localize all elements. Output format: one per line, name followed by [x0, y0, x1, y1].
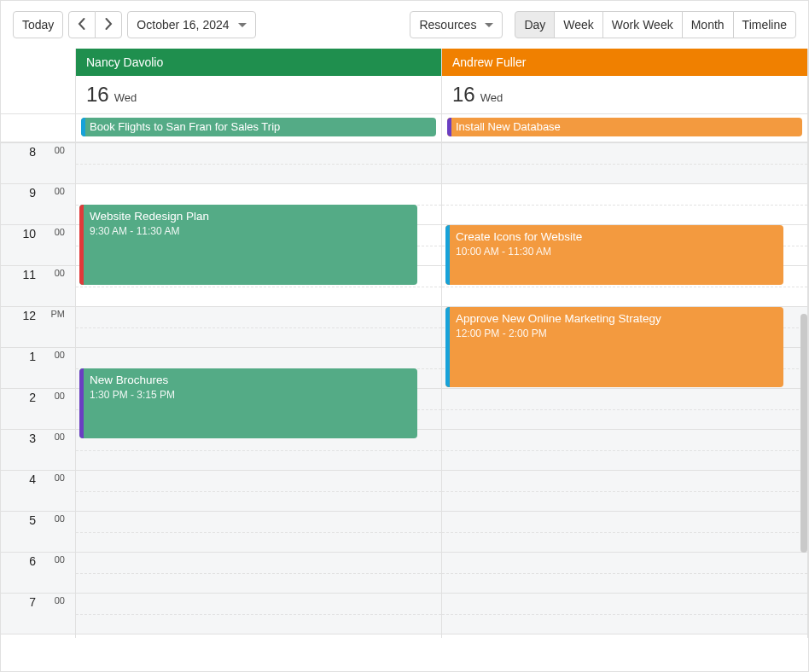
scheduler: Nancy Davolio Andrew Fuller 16 Wed [1, 49, 808, 671]
time-cell[interactable] [442, 594, 807, 634]
view-switcher: Day Week Work Week Month Timeline [515, 11, 796, 38]
view-month[interactable]: Month [682, 11, 734, 38]
time-slot: 500 [1, 512, 75, 553]
resource-header-andrew: Andrew Fuller [442, 49, 808, 76]
time-suffix: 00 [55, 513, 65, 524]
day-column-andrew[interactable]: Create Icons for Website10:00 AM - 11:30… [442, 143, 808, 638]
time-hour: 10 [22, 227, 36, 240]
calendar-event[interactable]: Website Redesign Plan9:30 AM - 11:30 AM [79, 205, 417, 285]
scheduler-body: 8009001000110012PM100200300400500600700 … [1, 143, 808, 638]
time-slot: 200 [1, 389, 75, 430]
time-slot: 900 [1, 184, 75, 225]
time-slot: 400 [1, 471, 75, 512]
time-slot: 12PM [1, 307, 75, 348]
time-hour: 6 [29, 554, 36, 568]
time-hour: 8 [29, 145, 36, 159]
view-week[interactable]: Week [554, 11, 603, 38]
time-hour: 4 [29, 472, 36, 486]
day-column-nancy[interactable]: Website Redesign Plan9:30 AM - 11:30 AMN… [76, 143, 442, 638]
time-cell[interactable] [442, 389, 807, 430]
status-stripe [447, 118, 451, 136]
time-slot: 600 [1, 553, 75, 594]
status-stripe [81, 118, 85, 136]
scheduler-root: Today October 16, 2024 Resources Day [0, 0, 809, 672]
event-time: 10:00 AM - 11:30 AM [456, 246, 775, 258]
time-hour: 3 [29, 432, 36, 445]
time-cell[interactable] [76, 594, 441, 634]
status-stripe [445, 225, 450, 285]
time-suffix: 00 [55, 186, 65, 196]
time-suffix: 00 [55, 268, 65, 278]
today-button[interactable]: Today [13, 11, 63, 38]
allday-cell-nancy[interactable]: Book Flights to San Fran for Sales Trip [76, 114, 442, 143]
chevron-left-icon [75, 17, 89, 33]
time-hour: 2 [29, 391, 36, 404]
resource-title: Nancy Davolio [76, 49, 441, 76]
time-suffix: 00 [55, 432, 65, 442]
time-suffix: 00 [55, 472, 65, 483]
time-gutter: 8009001000110012PM100200300400500600700 [1, 143, 76, 638]
event-title: Approve New Online Marketing Strategy [456, 312, 775, 326]
time-suffix: 00 [55, 554, 65, 565]
caret-down-icon [238, 23, 247, 27]
time-suffix: PM [51, 309, 66, 319]
event-title: Website Redesign Plan [90, 210, 409, 223]
time-cell[interactable] [442, 184, 807, 225]
time-cell[interactable] [76, 307, 441, 348]
time-hour: 7 [29, 595, 36, 609]
time-cell[interactable] [76, 553, 441, 594]
time-suffix: 00 [55, 595, 65, 605]
date-header-andrew[interactable]: 16 Wed [442, 76, 807, 114]
calendar-event[interactable]: New Brochures1:30 PM - 3:15 PM [79, 368, 417, 438]
view-timeline[interactable]: Timeline [733, 11, 796, 38]
next-button[interactable] [95, 11, 122, 38]
event-title: Book Flights to San Fran for Sales Trip [90, 120, 280, 133]
time-suffix: 00 [55, 350, 65, 360]
time-cell[interactable] [442, 471, 807, 512]
event-time: 9:30 AM - 11:30 AM [90, 225, 409, 237]
allday-event[interactable]: Install New Database [447, 118, 802, 136]
resources-dropdown[interactable]: Resources [410, 11, 503, 38]
time-suffix: 00 [55, 227, 65, 237]
date-header-nancy[interactable]: 16 Wed [76, 76, 441, 114]
vertical-scrollbar[interactable] [800, 314, 807, 553]
time-hour: 5 [29, 513, 36, 527]
time-suffix: 00 [55, 391, 65, 401]
time-cell[interactable] [442, 430, 807, 471]
time-cell[interactable] [442, 143, 807, 184]
prev-button[interactable] [68, 11, 96, 38]
time-cell[interactable] [76, 471, 441, 512]
status-stripe [79, 205, 84, 285]
event-time: 1:30 PM - 3:15 PM [90, 389, 409, 401]
view-day[interactable]: Day [515, 11, 555, 38]
time-suffix: 00 [55, 145, 65, 155]
time-slot: 700 [1, 594, 75, 634]
resource-title: Andrew Fuller [442, 49, 807, 76]
event-time: 12:00 PM - 2:00 PM [456, 327, 775, 339]
status-stripe [79, 368, 84, 438]
time-slot: 300 [1, 430, 75, 471]
time-hour: 9 [29, 186, 36, 200]
date-nav-group [68, 11, 122, 38]
toolbar: Today October 16, 2024 Resources Day [1, 1, 808, 49]
time-cell[interactable] [76, 143, 441, 184]
time-cell[interactable] [76, 512, 441, 553]
date-weekday: Wed [114, 91, 137, 104]
time-hour: 1 [29, 350, 36, 363]
date-picker-button[interactable]: October 16, 2024 [127, 11, 255, 38]
calendar-event[interactable]: Approve New Online Marketing Strategy12:… [445, 307, 783, 387]
date-weekday: Wed [480, 91, 503, 104]
time-slot: 100 [1, 348, 75, 389]
view-work-week[interactable]: Work Week [602, 11, 683, 38]
time-slot: 1000 [1, 225, 75, 266]
allday-cell-andrew[interactable]: Install New Database [442, 114, 808, 143]
scheduler-header: Nancy Davolio Andrew Fuller 16 Wed [1, 49, 808, 143]
date-day-number: 16 [86, 83, 109, 107]
calendar-event[interactable]: Create Icons for Website10:00 AM - 11:30… [445, 225, 783, 285]
date-label: October 16, 2024 [137, 18, 229, 32]
time-cell[interactable] [442, 512, 807, 553]
time-cell[interactable] [442, 553, 807, 594]
chevron-right-icon [102, 17, 115, 33]
allday-event[interactable]: Book Flights to San Fran for Sales Trip [81, 118, 436, 136]
event-title: Create Icons for Website [456, 230, 775, 244]
